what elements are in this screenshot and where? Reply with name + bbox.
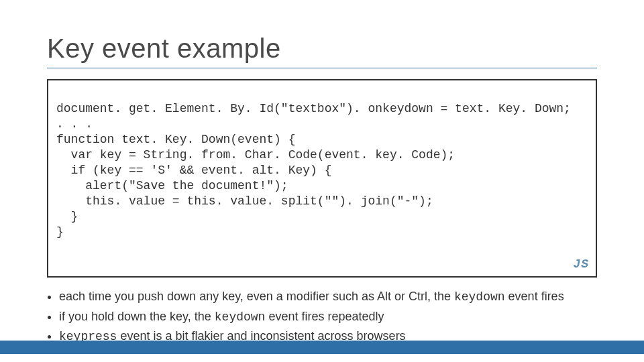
inline-code: keydown — [215, 310, 266, 324]
list-item: each time you push down any key, even a … — [59, 288, 597, 305]
slide: Key event example document. get. Element… — [0, 0, 644, 362]
inline-code: keydown — [454, 290, 505, 304]
code-line: } — [56, 210, 78, 223]
bullet-text: if you hold down the key, the — [59, 310, 215, 323]
code-line: alert("Save the document!"); — [56, 179, 288, 192]
code-line: var key = String. from. Char. Code(event… — [56, 148, 455, 162]
bullet-list: each time you push down any key, even a … — [59, 288, 597, 345]
list-item: if you hold down the key, the keydown ev… — [59, 308, 597, 325]
code-box: document. get. Element. By. Id("textbox"… — [47, 79, 597, 278]
code-line: . . . — [56, 117, 93, 131]
bullet-text: each time you push down any key, even a … — [59, 290, 454, 303]
code-line: this. value = this. value. split(""). jo… — [56, 194, 433, 208]
bullet-text: event fires — [505, 290, 564, 303]
slide-title: Key event example — [47, 34, 597, 68]
bullet-text: event fires repeatedly — [265, 310, 384, 323]
code-line: } — [56, 225, 64, 239]
code-line: if (key == 'S' && event. alt. Key) { — [56, 164, 331, 177]
code-line: function text. Key. Down(event) { — [56, 133, 295, 146]
code-line: document. get. Element. By. Id("textbox"… — [56, 102, 571, 115]
footer-bar — [0, 341, 644, 354]
code-language-tag: JS — [573, 257, 589, 272]
